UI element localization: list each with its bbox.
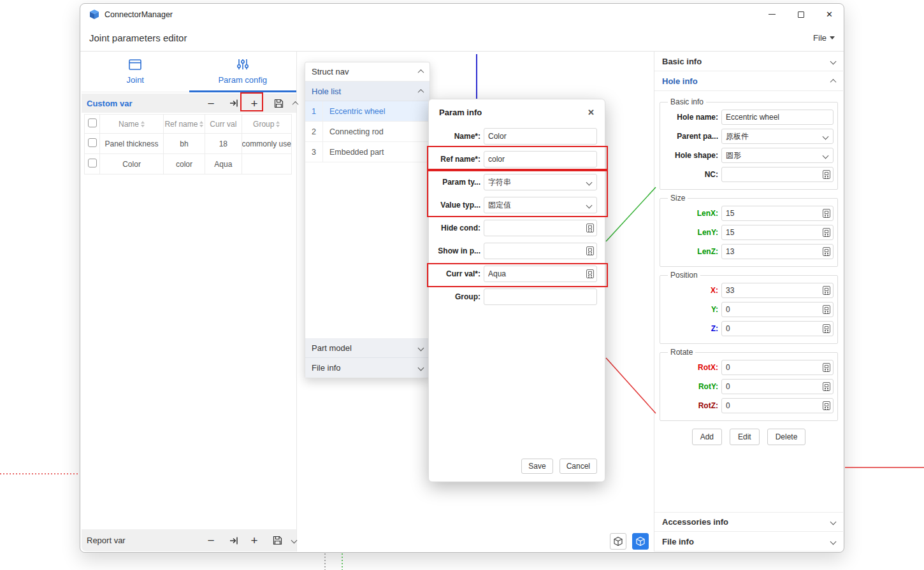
accordion-accessories-info[interactable]: Accessories info	[654, 512, 843, 532]
pos-z-input[interactable]	[721, 321, 834, 336]
add-button[interactable]: Add	[692, 429, 722, 445]
pos-x-input[interactable]	[721, 283, 834, 298]
calculator-icon[interactable]	[586, 269, 594, 278]
lenz-label: LenZ:	[661, 247, 721, 256]
cell-name: Color	[100, 154, 163, 175]
dialog-close-icon[interactable]: ✕	[588, 108, 595, 117]
solid-view-button[interactable]	[632, 533, 649, 550]
section-file-info[interactable]: File info	[305, 358, 430, 378]
tabs-row: Joint Param config	[82, 52, 296, 92]
item-label: Embedded part	[323, 142, 384, 162]
cell-name: Panel thickness	[100, 134, 163, 154]
rotx-input[interactable]	[721, 360, 834, 375]
calculator-icon[interactable]	[823, 286, 830, 295]
edit-button[interactable]: Edit	[730, 429, 760, 445]
calculator-icon[interactable]	[823, 363, 830, 372]
maximize-button[interactable]	[786, 4, 815, 25]
calculator-icon[interactable]	[823, 170, 830, 179]
accordion-file-info[interactable]: File info	[654, 532, 843, 552]
calculator-icon[interactable]	[586, 224, 594, 232]
delete-button[interactable]: Delete	[767, 429, 806, 445]
add-report-var-button[interactable]: +	[247, 532, 262, 549]
group-position-legend: Position	[668, 271, 700, 280]
show-in-input[interactable]	[484, 243, 597, 259]
accordion-basic-info[interactable]: Basic info	[654, 52, 843, 71]
leny-input[interactable]	[721, 225, 834, 240]
calculator-icon[interactable]	[823, 247, 830, 256]
select-all-checkbox[interactable]	[88, 118, 97, 127]
save-button[interactable]: Save	[521, 459, 552, 474]
chevron-down-icon	[418, 365, 424, 371]
calculator-icon[interactable]	[823, 382, 830, 391]
calculator-icon[interactable]	[823, 228, 830, 237]
save-vars-button[interactable]	[271, 95, 286, 111]
chevron-down-icon	[830, 58, 837, 64]
nc-input[interactable]	[721, 167, 834, 182]
tab-joint[interactable]: Joint	[82, 52, 189, 92]
field-hide-cond: Hide cond:	[429, 217, 605, 239]
value-type-select[interactable]: 固定值	[484, 197, 597, 213]
calculator-icon[interactable]	[823, 324, 830, 333]
expand-report-var-button[interactable]	[286, 532, 301, 549]
column-header-group[interactable]: Group	[242, 115, 291, 134]
list-item-eccentric-wheel[interactable]: 1 Eccentric wheel	[305, 101, 430, 122]
hide-cond-label: Hide cond:	[433, 224, 484, 232]
param-type-label: Param ty...	[433, 178, 484, 187]
curr-val-input[interactable]	[484, 266, 597, 282]
hole-name-input[interactable]	[721, 110, 834, 125]
rotz-input[interactable]	[721, 398, 834, 413]
app-title: ConnectorManager	[105, 10, 173, 19]
tab-param-config[interactable]: Param config	[189, 52, 297, 92]
accordion-hole-info-label: Hole info	[662, 76, 698, 86]
table-row[interactable]: Panel thickness bh 18 commonly use	[85, 134, 292, 154]
parent-part-select[interactable]: 原板件	[721, 129, 834, 144]
remove-report-var-button[interactable]: −	[203, 532, 219, 549]
hide-cond-input[interactable]	[484, 220, 597, 236]
calculator-icon[interactable]	[823, 401, 830, 410]
calculator-icon[interactable]	[823, 209, 830, 218]
section-part-model[interactable]: Part model	[305, 338, 430, 358]
close-button[interactable]: ✕	[815, 4, 844, 25]
item-number: 2	[305, 122, 323, 141]
hole-info-body: Basic info Hole name: Parent pa... 原板件 H…	[654, 91, 843, 512]
model-view-button[interactable]	[610, 533, 626, 550]
pos-y-input[interactable]	[721, 302, 834, 317]
table-row[interactable]: Color color Aqua	[85, 154, 292, 175]
cancel-button[interactable]: Cancel	[559, 459, 597, 474]
column-header-curr-val[interactable]: Curr val	[205, 115, 242, 134]
param-type-select[interactable]: 字符串	[484, 174, 597, 190]
remove-var-button[interactable]: −	[203, 95, 219, 111]
row-checkbox[interactable]	[88, 159, 97, 167]
minimize-button[interactable]	[758, 4, 786, 25]
roty-input[interactable]	[721, 379, 834, 394]
accordion-hole-info[interactable]: Hole info	[654, 71, 843, 91]
hole-shape-select[interactable]: 圆形	[721, 148, 834, 163]
lenx-input[interactable]	[721, 206, 834, 221]
column-header-ref-name[interactable]: Ref name	[163, 115, 205, 134]
name-input[interactable]	[484, 128, 597, 145]
accordion-file-info-label: File info	[662, 537, 694, 546]
file-menu[interactable]: File	[813, 33, 835, 43]
titlebar[interactable]: ConnectorManager ✕	[80, 4, 844, 25]
column-header-name[interactable]: Name	[100, 115, 163, 134]
collapse-panel-icon[interactable]	[418, 69, 424, 76]
field-curr-val: Curr val*:	[429, 262, 605, 285]
section-hole-list[interactable]: Hole list	[305, 82, 430, 101]
lenz-input[interactable]	[721, 244, 834, 259]
import-var-button[interactable]	[226, 95, 242, 111]
minus-icon: −	[207, 534, 214, 546]
calculator-icon[interactable]	[823, 305, 830, 314]
import-report-var-button[interactable]	[226, 532, 242, 549]
list-item-connecting-rod[interactable]: 2 Connecting rod	[305, 122, 430, 142]
row-checkbox[interactable]	[88, 138, 97, 147]
window-header: Joint parameters editor File	[80, 25, 844, 52]
calculator-icon[interactable]	[586, 246, 594, 255]
save-report-vars-button[interactable]	[270, 532, 285, 549]
collapse-custom-var-button[interactable]	[287, 95, 303, 111]
group-label: Group:	[433, 292, 484, 301]
ref-name-input[interactable]	[484, 151, 597, 167]
cell-ref-name: bh	[163, 134, 205, 154]
add-var-button[interactable]: +	[247, 95, 262, 111]
group-input[interactable]	[484, 289, 597, 305]
list-item-embedded-part[interactable]: 3 Embedded part	[305, 142, 430, 162]
